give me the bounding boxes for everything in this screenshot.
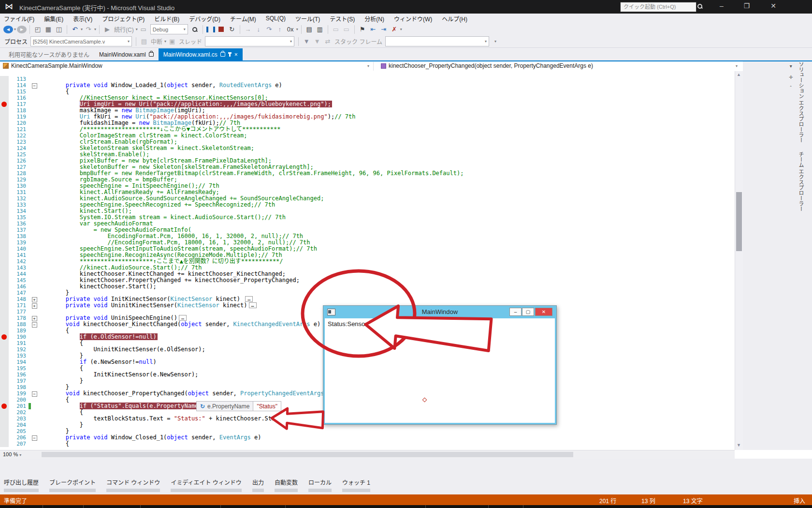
- breakpoint-icon[interactable]: [1, 403, 7, 409]
- breakpoint-margin[interactable]: [0, 302, 9, 309]
- fold-toggle-icon[interactable]: +: [32, 303, 37, 309]
- breakpoint-margin[interactable]: [0, 346, 9, 353]
- breakpoint-margin[interactable]: [0, 120, 9, 126]
- breakpoint-margin[interactable]: [0, 434, 9, 441]
- breakpoint-margin[interactable]: [0, 384, 9, 390]
- menu-分析N[interactable]: 分析(N): [364, 15, 384, 23]
- scroll-down-icon[interactable]: ▼: [737, 443, 741, 448]
- rail-splitter-icon[interactable]: ✛: [789, 75, 793, 80]
- continue-icon[interactable]: ▶: [102, 25, 112, 34]
- menu-プロジェクトP[interactable]: プロジェクト(P): [102, 15, 145, 23]
- rail-collapse-icon[interactable]: ˆ: [790, 86, 792, 91]
- breakpoint-margin[interactable]: [0, 158, 9, 164]
- zoom-selector[interactable]: 100 % ▾: [3, 451, 21, 457]
- breakpoint-margin[interactable]: [0, 114, 9, 120]
- debug-config-combo[interactable]: Debug▾: [150, 24, 188, 34]
- breakpoint-margin[interactable]: [0, 76, 9, 82]
- save-icon[interactable]: ▦: [44, 25, 53, 34]
- stop-icon[interactable]: [217, 25, 226, 34]
- breakpoint-margin[interactable]: [0, 372, 9, 378]
- breakpoint-margin[interactable]: [0, 378, 9, 384]
- break-icon[interactable]: ▤: [139, 37, 149, 46]
- continue-label[interactable]: 続行(C): [114, 25, 134, 33]
- debug-target-icon[interactable]: ▭: [139, 25, 148, 34]
- menu-ヘルプH[interactable]: ヘルプ(H): [442, 15, 467, 23]
- menu-ウィンドウW[interactable]: ウィンドウ(W): [394, 15, 432, 23]
- fold-toggle-icon[interactable]: −: [32, 435, 37, 441]
- breakpoint-margin[interactable]: [0, 290, 9, 296]
- breakpoint-margin[interactable]: [0, 409, 9, 416]
- tab-MainWindow.xaml.cs[interactable]: MainWindow.xaml.cs×: [159, 48, 243, 60]
- fold-toggle-icon[interactable]: +: [32, 297, 37, 302]
- bookmark-icon[interactable]: ⚑: [358, 25, 367, 34]
- save-all-icon[interactable]: ◫: [54, 25, 64, 34]
- breakpoint-margin[interactable]: [0, 309, 9, 315]
- breakpoint-margin[interactable]: [0, 214, 9, 221]
- next-bookmark-icon[interactable]: ⇥: [379, 25, 389, 34]
- thread-combo[interactable]: ▾: [205, 36, 294, 46]
- type-dropdown-arrow-icon[interactable]: ▾: [367, 64, 369, 68]
- breakpoint-margin[interactable]: [0, 296, 9, 302]
- breakpoints-window-icon[interactable]: ▤: [304, 25, 314, 34]
- breakpoint-margin[interactable]: [0, 195, 9, 202]
- type-dropdown[interactable]: KinectCameraSample.MainWindow: [3, 62, 102, 69]
- hex-display-icon[interactable]: 0x: [286, 25, 295, 34]
- output-window-icon[interactable]: ▥: [315, 25, 325, 34]
- minimize-button[interactable]: –: [714, 2, 729, 10]
- rail-dropdown-icon[interactable]: ▾: [790, 63, 792, 69]
- breakpoint-margin[interactable]: [0, 258, 9, 265]
- redo-icon[interactable]: ↷: [84, 25, 93, 34]
- breakpoint-margin[interactable]: [0, 321, 9, 328]
- menu-表示V[interactable]: 表示(V): [73, 15, 92, 23]
- breakpoint-margin[interactable]: [0, 416, 9, 422]
- quick-launch-input[interactable]: クイック起動 (Ctrl+Q): [620, 2, 696, 12]
- breakpoint-margin[interactable]: [0, 164, 9, 170]
- step-over-icon[interactable]: ↷: [264, 25, 274, 34]
- bottom-tab-コマンド ウィンドウ[interactable]: コマンド ウィンドウ: [106, 478, 160, 492]
- nav-forward-icon[interactable]: ►: [17, 26, 27, 33]
- breakpoint-margin[interactable]: [0, 359, 9, 365]
- breakpoint-margin[interactable]: [0, 151, 9, 158]
- app-maximize-button[interactable]: ▢: [522, 308, 534, 316]
- menu-ツールT[interactable]: ツール(T): [295, 15, 320, 23]
- breakpoint-icon[interactable]: [1, 102, 7, 107]
- breakpoint-margin[interactable]: [0, 133, 9, 139]
- fold-toggle-icon[interactable]: −: [32, 322, 37, 328]
- rail-tab-ソリューション エクスプローラー[interactable]: ソリューション エクスプローラー: [797, 61, 805, 143]
- horizontal-scrollbar-thumb[interactable]: [42, 452, 573, 457]
- breakpoint-margin[interactable]: [0, 403, 9, 409]
- clear-bookmarks-icon[interactable]: ✗: [390, 25, 399, 34]
- step-out-icon[interactable]: ↑: [275, 25, 285, 34]
- close-tab-icon[interactable]: ×: [234, 51, 238, 58]
- datatip[interactable]: ↻e.PropertyName "Status": [196, 401, 281, 411]
- bottom-tab-ローカル[interactable]: ローカル: [308, 478, 332, 492]
- breakpoint-margin[interactable]: [0, 390, 9, 397]
- breakpoint-margin[interactable]: [0, 239, 9, 246]
- uncomment-icon[interactable]: ▭: [342, 25, 351, 34]
- app-minimize-button[interactable]: –: [509, 308, 522, 316]
- tab-MainWindow.xaml[interactable]: MainWindow.xaml: [94, 48, 159, 60]
- app-close-button[interactable]: ✕: [535, 308, 552, 316]
- breakpoint-icon[interactable]: [1, 334, 7, 340]
- filter-icon[interactable]: ▼: [302, 37, 311, 46]
- menu-編集E[interactable]: 編集(E): [44, 15, 63, 23]
- bottom-tab-ブレークポイント[interactable]: ブレークポイント: [49, 478, 96, 492]
- breakpoint-margin[interactable]: [0, 95, 9, 101]
- breakpoint-margin[interactable]: [0, 221, 9, 227]
- breakpoint-margin[interactable]: [0, 89, 9, 95]
- editor-vertical-scrollbar[interactable]: ▲ ▼: [735, 71, 743, 450]
- pause-icon[interactable]: [206, 25, 216, 34]
- breakpoint-margin[interactable]: [0, 428, 9, 434]
- menu-ビルドB[interactable]: ビルド(B): [154, 15, 179, 23]
- bottom-tab-イミディエイト ウィンドウ[interactable]: イミディエイト ウィンドウ: [171, 478, 242, 492]
- member-dropdown[interactable]: kinectChooser_PropertyChanged(object sen…: [381, 62, 593, 69]
- breakpoint-margin[interactable]: [0, 82, 9, 89]
- breakpoint-margin[interactable]: [0, 126, 9, 133]
- refresh-icon[interactable]: ↻: [200, 403, 205, 410]
- nav-back-icon[interactable]: ◄: [3, 26, 13, 33]
- fold-toggle-icon[interactable]: +: [32, 316, 37, 321]
- breakpoint-margin[interactable]: [0, 252, 9, 258]
- app-main-window[interactable]: MainWindow – ▢ ✕ Status:SensorNotPowered: [323, 305, 557, 425]
- restore-button[interactable]: ❐: [740, 2, 754, 10]
- breakpoint-margin[interactable]: [0, 233, 9, 239]
